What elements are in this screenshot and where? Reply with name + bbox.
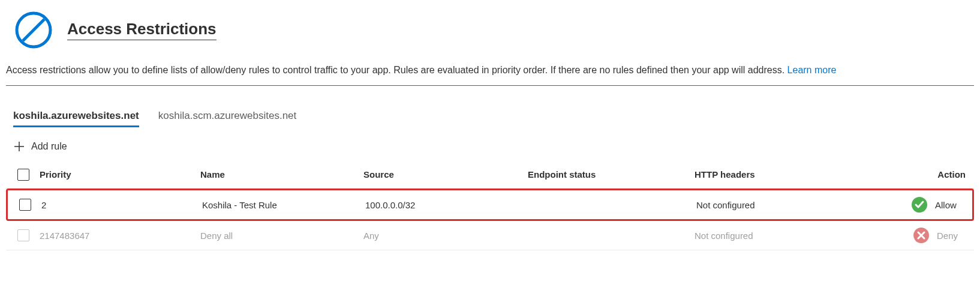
add-rule-button[interactable]: Add rule bbox=[6, 140, 974, 152]
header-source[interactable]: Source bbox=[363, 169, 528, 180]
tab-main-site[interactable]: koshila.azurewebsites.net bbox=[13, 110, 139, 127]
add-rule-label: Add rule bbox=[31, 141, 67, 152]
cell-http: Not configured bbox=[695, 231, 856, 241]
table-header: Priority Name Source Endpoint status HTT… bbox=[6, 161, 974, 189]
header-endpoint[interactable]: Endpoint status bbox=[528, 169, 695, 180]
cell-source: Any bbox=[363, 231, 528, 241]
rules-table: Priority Name Source Endpoint status HTT… bbox=[6, 161, 974, 250]
cell-priority: 2 bbox=[38, 200, 202, 210]
page-title: Access Restrictions bbox=[67, 20, 217, 40]
select-all-checkbox[interactable] bbox=[11, 169, 36, 181]
tab-scm-site[interactable]: koshila.scm.azurewebsites.net bbox=[158, 110, 297, 127]
header-priority[interactable]: Priority bbox=[36, 169, 200, 180]
x-circle-icon bbox=[913, 227, 930, 244]
cell-name: Deny all bbox=[200, 231, 363, 241]
table-row[interactable]: 2147483647 Deny all Any Not configured D… bbox=[6, 221, 974, 250]
cell-http: Not configured bbox=[696, 200, 858, 210]
header-action[interactable]: Action bbox=[856, 169, 969, 180]
header-http[interactable]: HTTP headers bbox=[695, 169, 856, 180]
row-checkbox[interactable] bbox=[13, 199, 38, 211]
cell-action: Allow bbox=[858, 196, 967, 213]
description-text: Access restrictions allow you to define … bbox=[6, 64, 974, 86]
cell-priority: 2147483647 bbox=[36, 231, 200, 241]
cell-source: 100.0.0.0/32 bbox=[365, 200, 530, 210]
table-row[interactable]: 2 Koshila - Test Rule 100.0.0.0/32 Not c… bbox=[6, 189, 974, 221]
tabs: koshila.azurewebsites.net koshila.scm.az… bbox=[6, 110, 974, 127]
learn-more-link[interactable]: Learn more bbox=[787, 65, 837, 75]
cell-action: Deny bbox=[856, 227, 969, 244]
svg-line-1 bbox=[23, 19, 44, 41]
check-circle-icon bbox=[911, 196, 928, 213]
block-icon bbox=[14, 11, 53, 49]
plus-icon bbox=[13, 140, 25, 152]
row-checkbox[interactable] bbox=[11, 229, 36, 241]
cell-name: Koshila - Test Rule bbox=[202, 200, 365, 210]
header-name[interactable]: Name bbox=[200, 169, 363, 180]
